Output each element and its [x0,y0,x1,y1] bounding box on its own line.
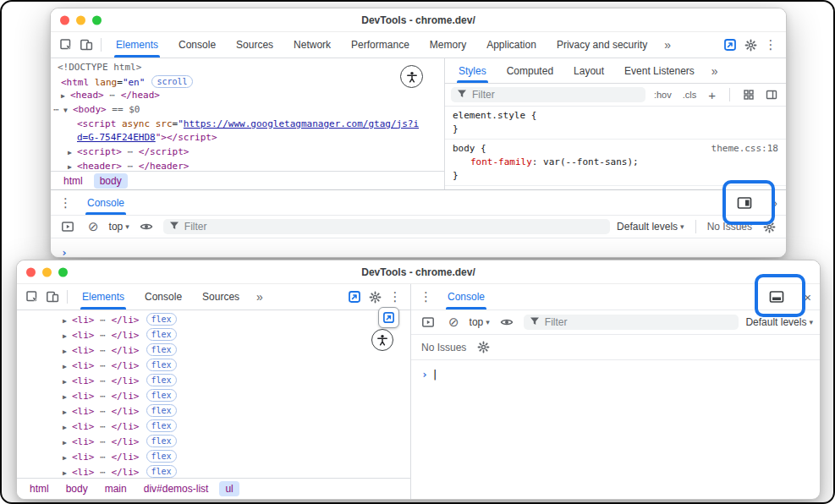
dock-bottom-icon[interactable] [766,287,787,307]
css-selector[interactable]: element.style [453,109,525,123]
clear-console-icon[interactable]: ⊘ [85,219,102,234]
dom-node-li[interactable]: ▶<li> ⋯ </li>flex [17,389,410,404]
accessibility-icon[interactable] [400,65,423,88]
node-menu-icon[interactable]: ⋯ [53,103,63,118]
dock-side-icon[interactable] [734,193,755,213]
tab-styles[interactable]: Styles [448,58,497,83]
drawer-menu-icon[interactable]: ⋮ [415,289,437,304]
dom-node-header[interactable]: ▶<header> ⋯ </header> [51,160,444,171]
close-button[interactable] [60,15,69,25]
element-classes-button[interactable]: .cls [680,90,700,100]
issues-status[interactable]: No Issues [707,221,752,233]
collapse-arrow-icon[interactable]: ▼ [63,104,73,118]
expand-arrow-icon[interactable]: ▶ [61,90,70,104]
eye-icon[interactable] [136,216,157,237]
dom-node-li[interactable]: ▶<li> ⋯ </li>flex [17,374,410,389]
styles-filter[interactable] [451,87,645,102]
expand-arrow-icon[interactable]: ▶ [63,466,72,478]
console-filter[interactable] [524,315,739,330]
tab-computed[interactable]: Computed [497,58,563,83]
grid-panel-icon[interactable] [740,85,757,105]
console-filter-input[interactable] [545,316,733,328]
dom-node-li[interactable]: ▶<li> ⋯ </li>flex [17,313,410,328]
split-panel-icon[interactable] [763,85,780,105]
tab-event-listeners[interactable]: Event Listeners [614,58,705,83]
css-value[interactable]: var(--font-sans) [543,156,633,169]
more-tabs-icon[interactable]: » [657,38,678,52]
flex-badge[interactable]: flex [146,328,177,341]
dom-node-li[interactable]: ▶<li> ⋯ </li>flex [17,343,410,359]
dom-node-li[interactable]: ▶<li> ⋯ </li>flex [17,419,410,435]
tab-elements[interactable]: Elements [72,284,135,310]
more-tabs-icon[interactable]: » [250,290,270,304]
console-output[interactable]: › | [411,360,820,499]
context-selector[interactable]: top▾ [470,316,490,328]
close-icon[interactable]: × [799,290,816,304]
expand-arrow-icon[interactable]: ▶ [63,436,72,451]
tab-privacy-and-security[interactable]: Privacy and security [547,32,657,58]
dom-node-li[interactable]: ▶<li> ⋯ </li>flex [17,404,410,419]
css-property[interactable]: font-family [470,156,532,169]
breadcrumb-item-html[interactable]: html [58,173,89,189]
dom-node-script[interactable]: ▶<script> ⋯ </script> [51,145,444,160]
tab-network[interactable]: Network [283,32,341,58]
dom-node-script-src[interactable]: <script async src="https://www.googletag… [51,118,444,132]
close-button[interactable] [26,267,36,277]
css-selector[interactable]: body [453,142,475,156]
flex-badge[interactable]: flex [146,359,177,371]
toggle-element-state-button[interactable]: :hov [651,90,674,100]
accessibility-icon[interactable] [371,329,393,351]
flex-badge[interactable]: flex [146,389,177,402]
settings-gear-icon[interactable] [740,35,761,55]
stylesheet-link[interactable]: theme.css:18 [711,142,778,156]
dom-node-li[interactable]: ▶<li> ⋯ </li>flex [17,435,410,450]
cast-icon[interactable] [378,307,399,328]
issues-status[interactable]: No Issues [421,342,466,353]
tab-layout[interactable]: Layout [563,58,614,83]
tab-application[interactable]: Application [476,32,547,58]
console-filter-input[interactable] [184,221,604,233]
expand-arrow-icon[interactable]: ▶ [63,420,72,436]
tab-console[interactable]: Console [135,284,192,310]
dom-node-li[interactable]: ▶<li> ⋯ </li>flex [17,359,410,374]
styles-filter-input[interactable] [472,89,640,101]
zoom-button[interactable] [58,267,68,277]
more-options-icon[interactable]: ⋮ [385,287,405,307]
tab-sources[interactable]: Sources [192,284,250,310]
minimize-button[interactable] [76,15,85,25]
expand-arrow-icon[interactable]: ▶ [63,390,72,405]
expand-arrow-icon[interactable]: ▶ [68,161,77,171]
flex-badge[interactable]: flex [146,374,177,386]
expand-arrow-icon[interactable]: ▶ [63,344,72,359]
drawer-menu-icon[interactable]: ⋮ [54,195,77,211]
dom-node-body[interactable]: ⋯▼<body> == $0 [51,103,444,118]
log-levels-dropdown[interactable]: Default levels▾ [617,221,684,233]
console-prompt[interactable]: › [61,246,68,258]
new-style-rule-button[interactable]: + [705,88,719,102]
tab-elements[interactable]: Elements [106,32,168,58]
breadcrumb-item-ul[interactable]: ul [219,481,239,496]
breadcrumb-item-demos-list[interactable]: div#demos-list [138,481,215,496]
chevron-right-icon[interactable]: › [768,196,783,210]
console-sidebar-icon[interactable] [58,216,78,237]
tab-console-drawer[interactable]: Console [77,190,135,215]
script-src-link[interactable]: https://www.googletagmanager.com/gtag/js… [184,118,419,129]
flex-badge[interactable]: flex [146,419,177,432]
dom-node-script-src-wrap[interactable]: d=G-754F24EHD8"></script> [51,131,444,145]
more-options-icon[interactable]: ⋮ [761,35,781,55]
minimize-button[interactable] [42,267,52,277]
expand-arrow-icon[interactable]: ▶ [63,375,72,390]
tab-memory[interactable]: Memory [420,32,476,58]
expand-arrow-icon[interactable]: ▶ [63,359,72,375]
breadcrumb-item-body[interactable]: body [60,481,94,496]
dom-node-li[interactable]: ▶<li> ⋯ </li>flex [17,465,410,478]
dom-node-li[interactable]: ▶<li> ⋯ </li>flex [17,450,410,465]
dom-node-doctype[interactable]: <!DOCTYPE html> [51,61,444,75]
device-toolbar-icon[interactable] [42,287,63,307]
dom-node-li[interactable]: ▶<li> ⋯ </li>flex [17,328,410,343]
dom-node-head[interactable]: ▶<head> ⋯ </head> [51,89,444,103]
log-levels-dropdown[interactable]: Default levels▾ [745,316,813,328]
eye-icon[interactable] [497,312,517,332]
tab-sources[interactable]: Sources [226,32,283,58]
console-sidebar-icon[interactable] [418,312,438,332]
